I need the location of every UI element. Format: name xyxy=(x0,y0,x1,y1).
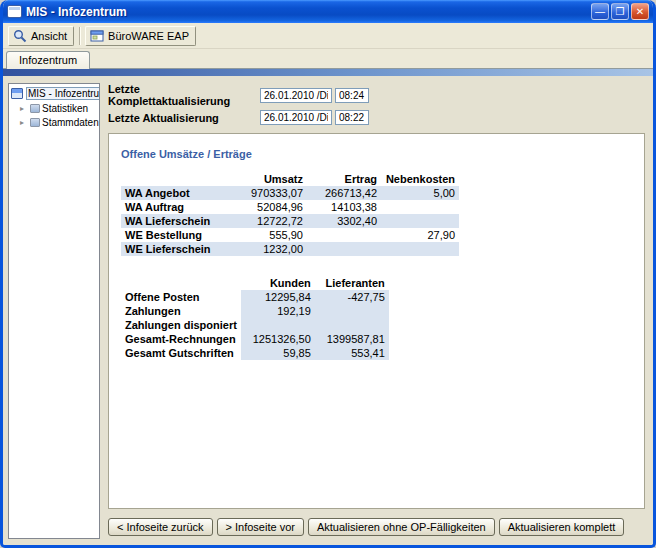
tree-root-icon xyxy=(11,88,23,99)
update-row-letzte: Letzte Aktualisierung xyxy=(108,110,645,125)
letzte-time-field[interactable] xyxy=(335,110,369,125)
column-header-nebenkosten: Nebenkosten xyxy=(381,172,459,186)
cell-umsatz: 1232,00 xyxy=(233,242,307,256)
buroware-eap-label: BüroWARE EAP xyxy=(108,30,189,42)
cell-nebenkosten: 27,90 xyxy=(381,228,459,242)
row-label: WA Lieferschein xyxy=(121,214,233,228)
row-label: WA Auftrag xyxy=(121,200,233,214)
row-label: Zahlungen disponiert xyxy=(121,318,241,332)
column-header xyxy=(121,172,233,186)
column-header-kunden: Kunden xyxy=(241,276,315,290)
tree-item-label: Statistiken xyxy=(42,103,88,114)
table-row: WA Angebot 970333,07 266713,42 5,00 xyxy=(121,186,459,200)
update-label: Letzte Aktualisierung xyxy=(108,112,260,124)
cell-nebenkosten: 5,00 xyxy=(381,186,459,200)
cell-umsatz: 12722,72 xyxy=(233,214,307,228)
aktualisieren-ohne-op-button[interactable]: Aktualisieren ohne OP-Fälligkeiten xyxy=(308,518,495,536)
tree-root-label: MIS - Infozentrum xyxy=(26,87,100,100)
cell-ertrag: 3302,40 xyxy=(307,214,381,228)
tree-item-stammdaten[interactable]: ▸ Stammdaten xyxy=(20,117,97,128)
row-label: Gesamt Gutschriften xyxy=(121,346,241,360)
eap-icon xyxy=(90,29,104,43)
app-window: MIS - Infozentrum — ❐ ✕ Ansicht xyxy=(0,0,656,548)
expander-icon[interactable]: ▸ xyxy=(20,118,28,127)
expander-icon[interactable]: ▸ xyxy=(20,104,28,113)
buroware-eap-button[interactable]: BüroWARE EAP xyxy=(85,26,196,46)
tree-item-label: Stammdaten xyxy=(42,117,99,128)
accounts-header-row: Kunden Lieferanten xyxy=(121,276,389,290)
cell-kunden: 12295,84 xyxy=(241,290,315,304)
letzte-date-field[interactable] xyxy=(260,110,332,125)
cell-umsatz: 52084,96 xyxy=(233,200,307,214)
window-title: MIS - Infozentrum xyxy=(26,5,587,19)
row-label: Offene Posten xyxy=(121,290,241,304)
cell-nebenkosten xyxy=(381,200,459,214)
footer-button-bar: < Infoseite zurück > Infoseite vor Aktua… xyxy=(108,515,645,539)
content-frame: MIS - Infozentrum ▸ Statistiken ▸ Stammd… xyxy=(3,69,653,545)
cell-nebenkosten xyxy=(381,214,459,228)
maximize-button[interactable]: ❐ xyxy=(611,3,629,20)
column-header xyxy=(121,276,241,290)
stammdaten-icon xyxy=(30,118,40,127)
header-gradient-band xyxy=(3,69,653,76)
navigation-tree: MIS - Infozentrum ▸ Statistiken ▸ Stammd… xyxy=(8,83,100,539)
cell-lieferanten xyxy=(315,304,389,318)
info-panel: Offene Umsätze / Erträge Umsatz Ertrag N… xyxy=(108,133,645,509)
statistiken-icon xyxy=(30,104,40,113)
cell-umsatz: 970333,07 xyxy=(233,186,307,200)
komplett-time-field[interactable] xyxy=(335,88,369,103)
cell-ertrag: 14103,38 xyxy=(307,200,381,214)
tab-strip: Infozentrum xyxy=(3,49,653,69)
toolbar-separator xyxy=(79,27,80,45)
cell-kunden xyxy=(241,318,315,332)
row-label: WA Angebot xyxy=(121,186,233,200)
cell-lieferanten: -427,75 xyxy=(315,290,389,304)
tree-item-mis-infozentrum[interactable]: MIS - Infozentrum xyxy=(11,87,97,100)
table-row: WA Lieferschein 12722,72 3302,40 xyxy=(121,214,459,228)
toolbar: Ansicht BüroWARE EAP xyxy=(3,23,653,49)
infoseite-zurueck-button[interactable]: < Infoseite zurück xyxy=(108,518,213,536)
table-row: WA Auftrag 52084,96 14103,38 xyxy=(121,200,459,214)
ansicht-icon xyxy=(13,29,27,43)
cell-lieferanten xyxy=(315,318,389,332)
update-label: Letzte Komplettaktualisierung xyxy=(108,83,260,107)
table-row: Zahlungen 192,19 xyxy=(121,304,389,318)
table-row: Gesamt Gutschriften 59,85 553,41 xyxy=(121,346,389,360)
main-area: Letzte Komplettaktualisierung Letzte Akt… xyxy=(108,83,645,539)
aktualisieren-komplett-button[interactable]: Aktualisieren komplett xyxy=(499,518,625,536)
accounts-table: Kunden Lieferanten Offene Posten 12295,8… xyxy=(121,276,389,360)
tab-infozentrum[interactable]: Infozentrum xyxy=(6,51,90,69)
row-label: WE Lieferschein xyxy=(121,242,233,256)
cell-kunden: 1251326,50 xyxy=(241,332,315,346)
minimize-button[interactable]: — xyxy=(591,3,609,20)
tree-item-statistiken[interactable]: ▸ Statistiken xyxy=(20,103,97,114)
column-header-ertrag: Ertrag xyxy=(307,172,381,186)
app-icon xyxy=(7,5,22,18)
column-header-lieferanten: Lieferanten xyxy=(315,276,389,290)
cell-umsatz: 555,90 xyxy=(233,228,307,242)
komplett-date-field[interactable] xyxy=(260,88,332,103)
cell-kunden: 192,19 xyxy=(241,304,315,318)
close-button[interactable]: ✕ xyxy=(631,3,649,20)
table-row: Offene Posten 12295,84 -427,75 xyxy=(121,290,389,304)
ansicht-label: Ansicht xyxy=(31,30,67,42)
cell-lieferanten: 1399587,81 xyxy=(315,332,389,346)
row-label: WE Bestellung xyxy=(121,228,233,242)
cell-ertrag: 266713,42 xyxy=(307,186,381,200)
cell-ertrag xyxy=(307,228,381,242)
table-row: WE Bestellung 555,90 27,90 xyxy=(121,228,459,242)
table-row: Zahlungen disponiert xyxy=(121,318,389,332)
ansicht-button[interactable]: Ansicht xyxy=(8,26,74,46)
panel-heading: Offene Umsätze / Erträge xyxy=(121,148,632,160)
row-label: Zahlungen xyxy=(121,304,241,318)
cell-kunden: 59,85 xyxy=(241,346,315,360)
table-row: WE Lieferschein 1232,00 xyxy=(121,242,459,256)
infoseite-vor-button[interactable]: > Infoseite vor xyxy=(217,518,304,536)
cell-nebenkosten xyxy=(381,242,459,256)
row-label: Gesamt-Rechnungen xyxy=(121,332,241,346)
sales-header-row: Umsatz Ertrag Nebenkosten xyxy=(121,172,459,186)
cell-lieferanten: 553,41 xyxy=(315,346,389,360)
update-row-komplett: Letzte Komplettaktualisierung xyxy=(108,83,645,107)
table-row: Gesamt-Rechnungen 1251326,50 1399587,81 xyxy=(121,332,389,346)
titlebar[interactable]: MIS - Infozentrum — ❐ ✕ xyxy=(3,0,653,23)
